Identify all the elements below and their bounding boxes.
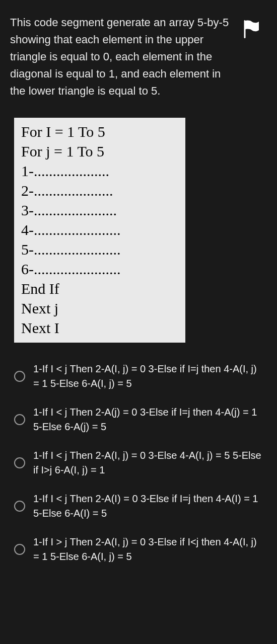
code-line: End If (21, 279, 178, 298)
code-line: 2-..................... (21, 181, 178, 200)
radio-icon (14, 501, 25, 512)
option-text: 1-If I < j Then 2-A(j) = 0 3-Else if I=j… (33, 405, 265, 434)
code-line: For j = 1 To 5 (21, 141, 178, 161)
svg-rect-0 (244, 20, 246, 38)
radio-icon (14, 544, 25, 555)
option-text: 1-If I < j Then 2-A(I, j) = 0 3-Else if … (33, 362, 265, 391)
answer-options: 1-If I < j Then 2-A(I, j) = 0 3-Else if … (10, 355, 267, 571)
radio-icon (14, 457, 25, 468)
option-1[interactable]: 1-If I < j Then 2-A(I, j) = 0 3-Else if … (10, 355, 267, 398)
option-4[interactable]: 1-If I < j Then 2-A(I) = 0 3-Else if I=j… (10, 485, 267, 528)
option-text: 1-If I > j Then 2-A(I, j) = 0 3-Else if … (33, 535, 265, 564)
option-text: 1-If I < j Then 2-A(I, j) = 0 3-Else 4-A… (33, 448, 265, 477)
code-line: 4-....................... (21, 220, 178, 239)
question-header: This code segment generate an array 5-by… (10, 14, 267, 100)
code-line: 1-.................... (21, 161, 178, 181)
option-3[interactable]: 1-If I < j Then 2-A(I, j) = 0 3-Else 4-A… (10, 441, 267, 485)
code-line: Next I (21, 318, 178, 338)
code-line: Next j (21, 298, 178, 318)
code-line: 5-....................... (21, 239, 178, 259)
option-text: 1-If I < j Then 2-A(I) = 0 3-Else if I=j… (33, 492, 265, 521)
option-2[interactable]: 1-If I < j Then 2-A(j) = 0 3-Else if I=j… (10, 398, 267, 441)
code-line: 3-...................... (21, 200, 178, 220)
code-block: For I = 1 To 5 For j = 1 To 5 1-........… (14, 118, 185, 343)
radio-icon (14, 371, 25, 382)
code-line: 6-....................... (21, 259, 178, 279)
code-line: For I = 1 To 5 (21, 122, 178, 141)
option-5[interactable]: 1-If I > j Then 2-A(I, j) = 0 3-Else if … (10, 528, 267, 571)
question-text: This code segment generate an array 5-by… (10, 14, 235, 100)
flag-icon[interactable] (240, 17, 264, 41)
radio-icon (14, 414, 25, 425)
